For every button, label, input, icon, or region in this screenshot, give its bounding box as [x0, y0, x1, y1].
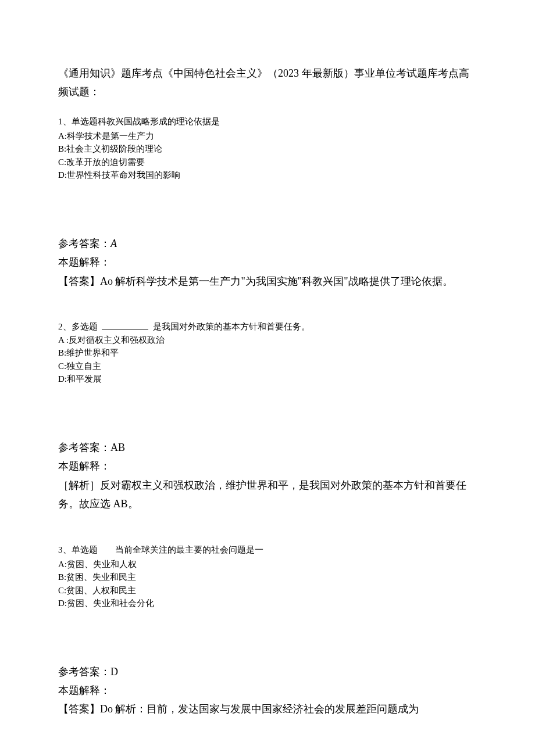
a1-exp-label: 本题解释： — [58, 253, 477, 271]
a2-ref-value: AB — [110, 442, 125, 453]
a1-ref-value: A — [110, 238, 117, 249]
question-1: 1、单选题科教兴国战略形成的理论依据是 A:科学技术是第一生产力 B:社会主义初… — [58, 114, 477, 182]
a2-exp-label: 本题解释： — [58, 457, 477, 475]
q2-stem: 2、多选题 是我国对外政策的基本方针和首要任务。 — [58, 320, 477, 334]
q3-option-a: A:贫困、失业和人权 — [58, 558, 477, 571]
q3-option-d: D:贫困、失业和社会分化 — [58, 597, 477, 610]
a3-ref-label: 参考答案： — [58, 666, 110, 678]
fill-blank — [102, 320, 148, 329]
a3-exp-label: 本题解释： — [58, 681, 477, 700]
q2-option-b: B:维护世界和平 — [58, 346, 477, 360]
document-page: 《通用知识》题库考点《中国特色社会主义》（2023 年最新版）事业单位考试题库考… — [0, 0, 535, 754]
q2-suffix: 是我国对外政策的基本方针和首要任务。 — [153, 322, 310, 331]
document-title: 《通用知识》题库考点《中国特色社会主义》（2023 年最新版）事业单位考试题库考… — [58, 64, 477, 102]
answer-3: 参考答案：D 本题解释： 【答案】Do 解析：目前，发达国家与发展中国家经济社会… — [58, 662, 477, 719]
q1-option-b: B:社会主义初级阶段的理论 — [58, 142, 477, 156]
a2-exp-text: ［解析］反对霸权主义和强权政治，维护世界和平，是我国对外政策的基本方针和首要任务… — [58, 476, 477, 514]
question-2: 2、多选题 是我国对外政策的基本方针和首要任务。 A :反对循权主义和强权政治 … — [58, 320, 477, 386]
q2-prefix: 2、多选题 — [58, 322, 98, 331]
answer-2: 参考答案：AB 本题解释： ［解析］反对霸权主义和强权政治，维护世界和平，是我国… — [58, 438, 477, 514]
a3-ref-value: D — [110, 666, 118, 678]
a2-ref-label: 参考答案： — [58, 442, 110, 453]
q3-option-c: C:贫困、人权和民主 — [58, 584, 477, 597]
q1-option-a: A:科学技术是第一生产力 — [58, 130, 477, 143]
q1-option-d: D:世界性科技革命对我国的影响 — [58, 169, 477, 182]
a2-reference: 参考答案：AB — [58, 438, 477, 457]
q1-stem: 1、单选题科教兴国战略形成的理论依据是 — [58, 114, 477, 128]
q2-option-a: A :反对循权主义和强权政治 — [58, 334, 477, 347]
q3-option-b: B:贫困、失业和民主 — [58, 571, 477, 584]
answer-1: 参考答案：A 本题解释： 【答案】Ao 解析科学技术是第一生产力"为我国实施"科… — [58, 234, 477, 291]
question-3: 3、单选题 当前全球关注的最主要的社会问题是一 A:贫困、失业和人权 B:贫困、… — [58, 543, 477, 610]
q2-option-d: D:和平发展 — [58, 372, 477, 386]
a3-reference: 参考答案：D — [58, 662, 477, 681]
a3-exp-text: 【答案】Do 解析：目前，发达国家与发展中国家经济社会的发展差距问题成为 — [58, 700, 477, 718]
a1-exp-text: 【答案】Ao 解析科学技术是第一生产力"为我国实施"科教兴国"战略提供了理论依据… — [58, 272, 477, 291]
a1-reference: 参考答案：A — [58, 234, 477, 253]
q3-stem: 3、单选题 当前全球关注的最主要的社会问题是一 — [58, 543, 477, 557]
a1-ref-label: 参考答案： — [58, 238, 110, 249]
q2-option-c: C:独立自主 — [58, 360, 477, 373]
q1-option-c: C:改革开放的迫切需要 — [58, 156, 477, 169]
